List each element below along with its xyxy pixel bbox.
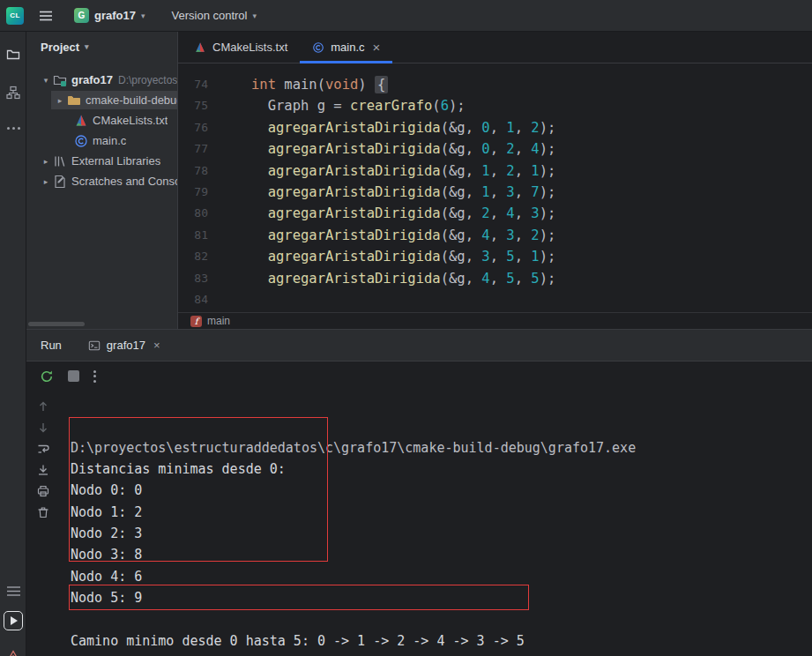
code-line[interactable]: 75 Graph g = crearGrafo(6); (178, 95, 812, 116)
code-line[interactable]: 80 agregarAristaDirigida(&g, 2, 4, 3); (178, 203, 812, 224)
chevron-right-icon: ▸ (41, 157, 51, 166)
tree-item-project-root[interactable]: ▾ grafo17 D:\proyectos (26, 71, 178, 89)
chevron-down-icon: ▾ (41, 76, 51, 85)
clear-console-button[interactable] (36, 505, 50, 519)
close-icon[interactable]: × (153, 339, 160, 351)
code-text (208, 289, 259, 310)
chevron-down-icon: ▾ (85, 42, 89, 51)
code-text: agregarAristaDirigida(&g, 1, 2, 1); (208, 160, 555, 182)
tree-item-label: External Libraries (71, 154, 160, 168)
up-stacktrace-button[interactable] (36, 399, 50, 414)
console-line: D:\proyectos\estructuraddedatos\c\grafo1… (71, 437, 812, 458)
vcs-label: Version control (172, 9, 248, 22)
down-stacktrace-button[interactable] (36, 421, 50, 435)
console-line (71, 608, 812, 630)
console-line: Nodo 4: 6 (71, 566, 812, 587)
tree-item-cmake-build-debug[interactable]: ▸ cmake-build-debug (26, 91, 178, 109)
console-lines: D:\proyectos\estructuraddedatos\c\grafo1… (71, 437, 812, 656)
code-text: agregarAristaDirigida(&g, 2, 4, 3); (208, 203, 555, 224)
structure-tool-button[interactable] (0, 80, 26, 105)
line-number: 76 (178, 117, 208, 138)
vcs-widget[interactable]: Version control ▾ (172, 9, 257, 22)
code-line[interactable]: 76 agregarAristaDirigida(&g, 0, 1, 2); (178, 117, 812, 138)
libraries-icon (53, 154, 67, 168)
tab-cmakelists[interactable]: CMakeLists.txt (182, 32, 300, 63)
code-line[interactable]: 77 agregarAristaDirigida(&g, 0, 2, 4); (178, 138, 812, 160)
run-tab-label: grafo17 (107, 339, 145, 352)
clion-window: CL G grafo17 ▾ Version control ▾ (0, 0, 812, 656)
console-line: Nodo 2: 3 (71, 523, 812, 544)
line-number: 83 (178, 268, 208, 289)
clion-logo-icon[interactable]: CL (6, 7, 24, 25)
code-text: agregarAristaDirigida(&g, 4, 5, 5); (208, 268, 555, 289)
line-number: 82 (178, 246, 208, 267)
project-name: grafo17 (94, 9, 136, 22)
project-badge-icon: G (74, 8, 89, 23)
warning-icon (6, 650, 20, 656)
soft-wrap-button[interactable] (36, 442, 50, 456)
code-line[interactable]: 74int main(void) { (178, 74, 812, 95)
code-editor[interactable]: 74int main(void) {75 Graph g = crearGraf… (178, 63, 812, 312)
console-line: Camino minimo desde 0 hasta 5: 0 -> 1 ->… (71, 630, 812, 652)
code-text: int main(void) { (208, 74, 388, 95)
c-file-icon (74, 134, 88, 148)
project-panel-header[interactable]: Project ▾ (26, 32, 177, 62)
code-text: agregarAristaDirigida(&g, 0, 2, 4); (208, 138, 555, 160)
run-tool-button[interactable] (4, 611, 23, 630)
breadcrumb-item[interactable]: main (207, 315, 230, 327)
titlebar: CL G grafo17 ▾ Version control ▾ (0, 0, 812, 32)
problems-tool-button[interactable] (0, 644, 26, 656)
menu-lines-icon (7, 586, 20, 596)
tab-main-c[interactable]: main.c × (300, 32, 392, 63)
tree-item-main-c[interactable]: main.c (26, 131, 178, 150)
tree-item-cmakelists[interactable]: CMakeLists.txt (26, 111, 178, 130)
more-icon (7, 127, 20, 130)
code-text: Graph g = crearGrafo(6); (208, 95, 466, 116)
tree-item-scratches[interactable]: ▸ Scratches and Consoles (26, 172, 178, 190)
project-panel-title: Project (41, 41, 79, 54)
code-line[interactable]: 81 agregarAristaDirigida(&g, 4, 3, 2); (178, 225, 812, 246)
horizontal-scrollbar[interactable] (28, 322, 85, 326)
tree-item-label: cmake-build-debug (86, 93, 178, 107)
more-tools-button[interactable] (0, 116, 26, 140)
left-toolbar (0, 32, 26, 656)
code-text: agregarAristaDirigida(&g, 0, 1, 2); (208, 117, 555, 138)
run-toolbar (26, 362, 812, 391)
line-number: 75 (178, 95, 208, 116)
bottom-menu-button[interactable] (0, 578, 26, 603)
console-line: Nodo 0: 0 (71, 480, 812, 501)
code-line[interactable]: 84 (178, 289, 812, 310)
tree-item-label: main.c (93, 134, 126, 147)
line-number: 79 (178, 182, 208, 203)
code-text: agregarAristaDirigida(&g, 1, 3, 7); (208, 182, 555, 203)
cmake-file-icon (194, 41, 206, 54)
scroll-to-end-button[interactable] (36, 463, 50, 477)
chevron-right-icon: ▸ (55, 96, 65, 105)
code-line[interactable]: 79 agregarAristaDirigida(&g, 1, 3, 7); (178, 182, 812, 203)
c-file-icon (312, 41, 324, 54)
run-panel-header: Run grafo17 × (26, 329, 812, 362)
main-menu-button[interactable] (39, 11, 53, 21)
code-text: agregarAristaDirigida(&g, 4, 3, 2); (208, 225, 555, 246)
cmake-file-icon (74, 114, 88, 128)
code-lines: 74int main(void) {75 Graph g = crearGraf… (178, 74, 812, 310)
tree-item-external-libraries[interactable]: ▸ External Libraries (26, 152, 178, 170)
tree-item-label: grafo17 (71, 73, 113, 86)
stop-button[interactable] (68, 370, 79, 382)
tree-item-path: D:\proyectos (118, 74, 177, 86)
line-number: 81 (178, 225, 208, 246)
function-icon: f (190, 316, 202, 327)
more-options-button[interactable] (93, 370, 96, 383)
project-tool-button[interactable] (0, 42, 26, 67)
tab-label: CMakeLists.txt (212, 41, 287, 54)
run-tab-grafo17[interactable]: grafo17 × (88, 339, 160, 352)
close-icon[interactable]: × (373, 41, 381, 54)
print-button[interactable] (36, 484, 50, 498)
rerun-button[interactable] (40, 369, 54, 384)
console-output[interactable]: D:\proyectos\estructuraddedatos\c\grafo1… (60, 391, 812, 656)
project-widget[interactable]: G grafo17 ▾ (69, 5, 151, 26)
code-line[interactable]: 83 agregarAristaDirigida(&g, 4, 5, 5); (178, 268, 812, 289)
code-line[interactable]: 82 agregarAristaDirigida(&g, 3, 5, 1); (178, 246, 812, 267)
code-line[interactable]: 78 agregarAristaDirigida(&g, 1, 2, 1); (178, 160, 812, 182)
scratches-icon (53, 175, 67, 189)
